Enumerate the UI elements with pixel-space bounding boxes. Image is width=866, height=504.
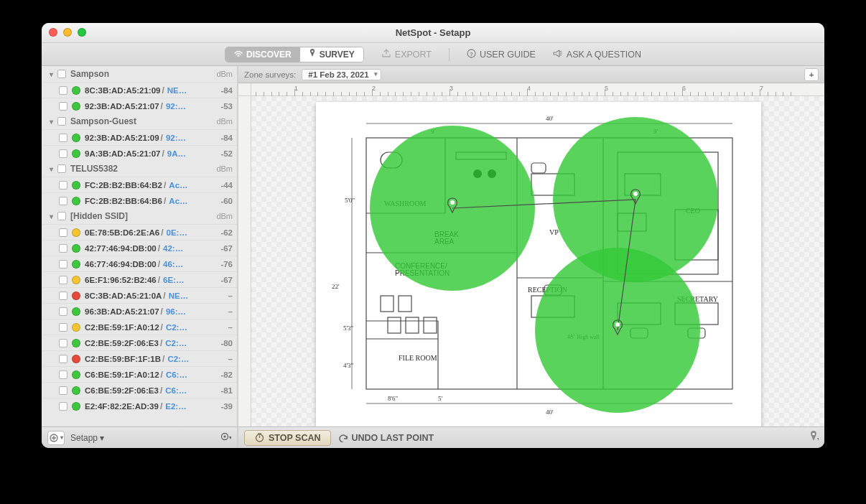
heatmap-overlay	[370, 117, 718, 413]
floorplan-page[interactable]: WASHROOM BREAKAREA CONFERENCE/PRESENTATI…	[316, 102, 761, 426]
window-controls	[49, 28, 86, 37]
checkbox[interactable]	[59, 260, 67, 269]
profile-label[interactable]: Setapp ▾	[70, 433, 104, 443]
network-row[interactable]: 42:77:46:94:DB:00 / 42:… -67	[42, 240, 237, 256]
stop-scan-button[interactable]: STOP SCAN	[244, 430, 331, 446]
svg-point-64	[223, 435, 225, 437]
network-group-header[interactable]: ▾ Sampson dBm	[42, 66, 237, 82]
checkbox[interactable]	[57, 70, 66, 78]
checkbox[interactable]	[59, 355, 67, 363]
network-row[interactable]: C2:BE:59:BF:1F:1B / C2:… –	[42, 350, 237, 366]
checkbox[interactable]	[57, 117, 66, 126]
user-guide-button[interactable]: ? USER GUIDE	[467, 49, 536, 60]
checkbox[interactable]	[59, 228, 67, 237]
network-row[interactable]: C2:BE:59:1F:A0:12 / C2:… –	[42, 319, 237, 335]
gear-icon[interactable]: ▾	[220, 431, 231, 444]
checkbox[interactable]	[59, 386, 67, 395]
location-icon[interactable]: ▾	[809, 431, 819, 444]
network-extra: C2:…	[165, 339, 187, 347]
discover-tab[interactable]: DISCOVER	[225, 47, 300, 62]
group-name: Sampson	[70, 69, 109, 79]
canvas-area: 1234567	[238, 83, 824, 426]
mac-address: C2:BE:59:BF:1F:1B	[85, 355, 161, 363]
checkbox[interactable]	[59, 181, 67, 190]
signal-icon	[72, 402, 80, 411]
svg-rect-31	[388, 317, 401, 333]
checkbox[interactable]	[57, 212, 66, 220]
checkbox[interactable]	[59, 276, 67, 284]
mac-address: C6:BE:59:1F:A0:12	[85, 370, 159, 379]
mac-address: C6:BE:59:2F:06:E3	[85, 386, 159, 395]
add-zone-button[interactable]: +	[804, 68, 819, 81]
survey-tab[interactable]: SURVEY	[300, 47, 363, 62]
zoom-icon[interactable]	[78, 28, 86, 37]
signal-icon	[72, 197, 80, 205]
dbm-value: –	[211, 323, 233, 332]
signal-icon	[72, 134, 80, 142]
main-footer: STOP SCAN UNDO LAST POINT ▾	[238, 426, 824, 448]
checkbox[interactable]	[59, 244, 67, 253]
minimize-icon[interactable]	[63, 28, 72, 37]
signal-icon	[72, 307, 80, 316]
mac-address: 92:3B:AD:A5:21:07	[85, 102, 159, 111]
checkbox[interactable]	[59, 149, 67, 158]
network-group-header[interactable]: ▾ TELUS5382 dBm	[42, 161, 237, 177]
mac-address: 42:77:46:94:DB:00	[85, 244, 157, 253]
network-row[interactable]: FC:2B:B2:BB:64:B2 / Ac… -44	[42, 177, 237, 192]
network-extra: 0E:…	[167, 228, 187, 237]
network-extra: C6:…	[166, 370, 187, 379]
network-sidebar[interactable]: ▾ Sampson dBm 8C:3B:AD:A5:21:09 / NE… -8…	[42, 66, 238, 426]
network-row[interactable]: 96:3B:AD:A5:21:07 / 96:… –	[42, 303, 237, 319]
checkbox[interactable]	[59, 323, 67, 332]
pin-icon	[309, 49, 316, 60]
export-icon	[381, 49, 391, 60]
checkbox[interactable]	[59, 370, 67, 379]
network-group-header[interactable]: ▾ [Hidden SSID] dBm	[42, 208, 237, 224]
signal-icon	[72, 228, 80, 237]
undo-button[interactable]: UNDO LAST POINT	[338, 433, 434, 443]
checkbox[interactable]	[59, 197, 67, 205]
zone-select[interactable]: #1 Feb 23, 2021	[302, 69, 381, 80]
network-row[interactable]: 8C:3B:AD:A5:21:09 / NE… -84	[42, 82, 237, 98]
network-row[interactable]: 6E:F1:96:52:B2:46 / 6E:… -67	[42, 271, 237, 287]
checkbox[interactable]	[59, 402, 67, 411]
checkbox[interactable]	[59, 291, 67, 300]
network-row[interactable]: C2:BE:59:2F:06:E3 / C2:… -80	[42, 335, 237, 350]
ask-label: ASK A QUESTION	[567, 50, 641, 60]
add-button[interactable]: ▾	[47, 431, 65, 445]
network-row[interactable]: 9A:3B:AD:A5:21:07 / 9A… -52	[42, 145, 237, 161]
network-row[interactable]: C6:BE:59:2F:06:E3 / C6:… -81	[42, 382, 237, 398]
network-extra: C2:…	[167, 355, 189, 363]
checkbox[interactable]	[59, 134, 67, 142]
ask-question-button[interactable]: ASK A QUESTION	[553, 49, 641, 60]
network-extra: 6E:…	[163, 276, 184, 284]
network-row[interactable]: 92:3B:AD:A5:21:07 / 92:… -53	[42, 98, 237, 113]
undo-label: UNDO LAST POINT	[351, 433, 434, 443]
export-button[interactable]: EXPORT	[381, 49, 432, 60]
group-name: [Hidden SSID]	[70, 211, 128, 221]
close-icon[interactable]	[49, 28, 57, 37]
unit-label: dBm	[216, 70, 233, 78]
checkbox[interactable]	[57, 164, 66, 173]
network-row[interactable]: E2:4F:82:2E:AD:39 / E2:… -39	[42, 398, 237, 414]
checkbox[interactable]	[59, 307, 67, 316]
canvas[interactable]: WASHROOM BREAKAREA CONFERENCE/PRESENTATI…	[251, 96, 824, 426]
network-row[interactable]: 0E:78:5B:D6:2E:A6 / 0E:… -62	[42, 224, 237, 240]
mac-address: 6E:F1:96:52:B2:46	[85, 276, 157, 284]
network-row[interactable]: 92:3B:AD:A5:21:09 / 92:… -84	[42, 129, 237, 145]
ruler-corner	[238, 83, 251, 96]
checkbox[interactable]	[59, 339, 67, 347]
signal-icon	[72, 339, 80, 347]
network-row[interactable]: 8C:3B:AD:A5:21:0A / NE… –	[42, 287, 237, 303]
network-row[interactable]: 46:77:46:94:DB:00 / 46:… -76	[42, 256, 237, 271]
checkbox[interactable]	[59, 102, 67, 111]
ruler-vertical	[238, 96, 251, 426]
checkbox[interactable]	[59, 86, 67, 95]
network-row[interactable]: C6:BE:59:1F:A0:12 / C6:… -82	[42, 366, 237, 382]
titlebar: NetSpot - Setapp	[42, 23, 824, 43]
svg-text:4'3": 4'3"	[343, 362, 354, 369]
network-group-header[interactable]: ▾ Sampson-Guest dBm	[42, 113, 237, 129]
svg-rect-29	[381, 296, 394, 312]
svg-text:5'0": 5'0"	[345, 197, 355, 204]
network-row[interactable]: FC:2B:B2:BB:64:B6 / Ac… -60	[42, 192, 237, 208]
